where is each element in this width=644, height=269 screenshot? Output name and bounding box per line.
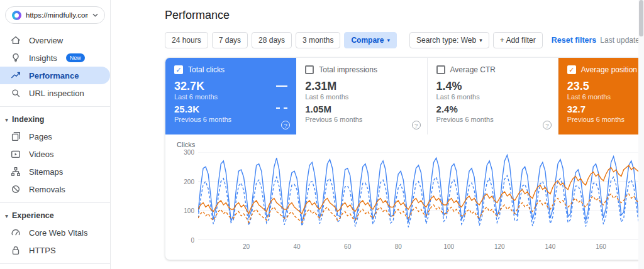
- property-logo-icon: [12, 11, 21, 20]
- sidebar-item-label: Core Web Vitals: [29, 228, 87, 238]
- metric-current-value: 23.5: [567, 80, 589, 92]
- sidebar-item-label: HTTPS: [29, 246, 56, 255]
- dashed-line-indicator: [276, 107, 287, 109]
- sidebar-item-label: Sitemaps: [29, 167, 63, 177]
- divider: [0, 202, 110, 203]
- video-icon: [10, 148, 21, 160]
- sidebar-item-insights[interactable]: Insights New: [0, 49, 110, 67]
- checkbox-checked-icon[interactable]: [174, 65, 183, 74]
- scrollbar-thumb[interactable]: [639, 0, 643, 36]
- property-selector[interactable]: https://mindfully.com/: [5, 6, 105, 24]
- sidebar-item-removals[interactable]: Removals: [0, 180, 110, 198]
- main-content: Performance EXPORT 24 hours 7 days 28 da…: [111, 0, 644, 269]
- help-icon[interactable]: ?: [543, 121, 552, 129]
- sidebar-item-label: Overview: [29, 36, 63, 45]
- metric-label: Total clicks: [188, 65, 225, 74]
- metric-current-caption: Last 6 months: [567, 93, 644, 101]
- sidebar-item-label: Insights: [29, 53, 57, 63]
- metric-previous-caption: Previous 6 months: [305, 116, 418, 124]
- page-title: Performance: [165, 9, 230, 22]
- x-axis-labels: 20406080100120140160180: [198, 243, 644, 252]
- caret-down-icon: [5, 211, 8, 220]
- divider: [0, 263, 110, 264]
- metric-previous-caption: Previous 6 months: [567, 116, 644, 124]
- compare-chip[interactable]: Compare ▾: [344, 32, 397, 48]
- speedometer-icon: [10, 227, 21, 238]
- sidebar-item-overview[interactable]: Overview: [0, 31, 110, 49]
- new-badge: New: [66, 53, 85, 62]
- search-icon: [10, 87, 21, 99]
- solid-line-indicator: [276, 85, 287, 87]
- chevron-down-icon: ▾: [479, 37, 482, 43]
- sidebar-item-sitemaps[interactable]: Sitemaps: [0, 163, 110, 180]
- metric-previous-value: 2.4%: [436, 104, 458, 115]
- page-header: Performance EXPORT: [111, 0, 644, 28]
- checkbox-checked-icon[interactable]: [567, 65, 576, 74]
- sidebar-item-label: Removals: [29, 185, 65, 194]
- metric-card-average-ctr[interactable]: Average CTR 1.4% Last 6 months 2.4% Prev…: [428, 58, 558, 134]
- lightbulb-icon: [10, 52, 21, 63]
- help-icon[interactable]: ?: [412, 121, 421, 129]
- sidebar-item-label: URL inspection: [29, 89, 84, 98]
- lock-icon: [10, 244, 21, 256]
- metric-card-average-position[interactable]: Average position 23.5 Last 6 months 32.7…: [558, 58, 644, 134]
- metric-current-value: 1.4%: [436, 80, 462, 92]
- left-axis-label: Clicks: [177, 141, 195, 148]
- metric-card-total-impressions[interactable]: Total impressions 2.31M Last 6 months 1.…: [296, 58, 427, 134]
- sidebar-item-label: Videos: [29, 150, 54, 159]
- sidebar-nav: Overview Insights New Performance URL in…: [0, 31, 110, 269]
- reset-filters-link[interactable]: Reset filters: [552, 36, 597, 45]
- home-icon: [10, 35, 21, 46]
- checkbox-unchecked-icon[interactable]: [436, 65, 445, 74]
- sidebar-item-https[interactable]: HTTPS: [0, 241, 110, 259]
- last-update-text: Last update: 4.5 hours ago: [600, 36, 644, 45]
- metric-tiles: Total clicks 32.7K Last 6 months 25.3K P…: [165, 58, 644, 134]
- filter-bar: 24 hours 7 days 28 days 3 months Compare…: [111, 28, 644, 57]
- sidebar-item-label: Pages: [29, 132, 52, 141]
- date-range-7-days-chip[interactable]: 7 days: [212, 32, 248, 48]
- divider: [0, 106, 110, 107]
- left-axis-ticks: 0100200300: [177, 152, 194, 240]
- sidebar-item-url-inspection[interactable]: URL inspection: [0, 84, 110, 102]
- checkbox-unchecked-icon[interactable]: [305, 65, 314, 74]
- date-range-24-hours-chip[interactable]: 24 hours: [165, 32, 208, 48]
- metric-previous-value: 32.7: [567, 104, 586, 115]
- pages-icon: [10, 131, 21, 142]
- sidebar-item-core-web-vitals[interactable]: Core Web Vitals: [0, 224, 110, 241]
- performance-chart-svg: [198, 152, 644, 240]
- performance-panel: Total clicks 32.7K Last 6 months 25.3K P…: [165, 57, 644, 260]
- metric-previous-value: 25.3K: [174, 104, 199, 115]
- search-type-chip[interactable]: Search type: Web ▾: [409, 32, 489, 48]
- sitemap-icon: [10, 166, 21, 177]
- metric-previous-caption: Previous 6 months: [174, 116, 287, 124]
- metric-previous-value: 1.05M: [305, 104, 331, 115]
- sidebar-item-videos[interactable]: Videos: [0, 145, 110, 163]
- caret-down-icon: [5, 115, 8, 124]
- help-icon[interactable]: ?: [281, 121, 290, 129]
- property-url: https://mindfully.com/: [26, 11, 88, 19]
- metric-current-caption: Last 6 months: [174, 93, 287, 101]
- search-type-label: Search type: Web: [416, 36, 476, 45]
- sidebar-item-performance[interactable]: Performance: [0, 67, 110, 84]
- metric-label: Average CTR: [450, 65, 496, 74]
- section-label: Experience: [12, 211, 54, 220]
- metric-card-total-clicks[interactable]: Total clicks 32.7K Last 6 months 25.3K P…: [165, 58, 296, 134]
- chevron-down-icon: [92, 13, 98, 17]
- scrollbar[interactable]: [638, 0, 644, 269]
- metric-current-caption: Last 6 months: [436, 93, 549, 101]
- date-range-28-days-chip[interactable]: 28 days: [252, 32, 292, 48]
- search-console-app: https://mindfully.com/ Overview Insights…: [0, 0, 644, 269]
- metric-label: Average position: [581, 65, 637, 74]
- plot-area[interactable]: 0100200300 02040: [198, 152, 644, 240]
- metric-previous-caption: Previous 6 months: [436, 116, 549, 124]
- performance-chart-icon: [10, 70, 21, 81]
- compare-label: Compare: [351, 36, 384, 45]
- sidebar-item-pages[interactable]: Pages: [0, 128, 110, 145]
- section-header-experience[interactable]: Experience: [0, 207, 110, 224]
- date-range-3-months-chip[interactable]: 3 months: [296, 32, 340, 48]
- performance-chart[interactable]: Clicks Position 0100200300 02040 2040608…: [165, 134, 644, 260]
- metric-current-caption: Last 6 months: [305, 93, 418, 101]
- section-header-indexing[interactable]: Indexing: [0, 111, 110, 128]
- add-filter-chip[interactable]: + Add filter: [493, 32, 543, 48]
- metric-current-value: 2.31M: [305, 80, 336, 92]
